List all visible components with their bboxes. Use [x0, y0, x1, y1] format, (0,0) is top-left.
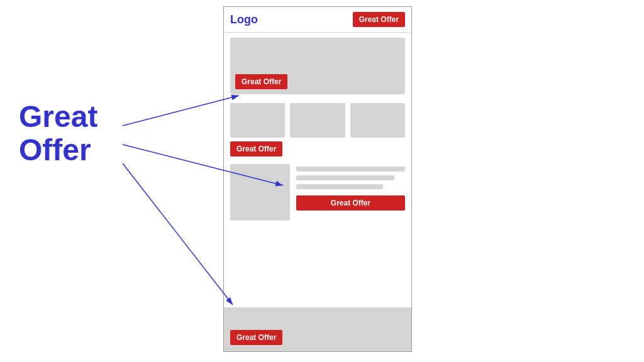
content-text: Great Offer [296, 164, 405, 211]
footer-offer-button[interactable]: Great Offer [230, 330, 282, 345]
wireframe-hero: Great Offer [230, 38, 405, 94]
header-offer-button[interactable]: Great Offer [353, 12, 405, 27]
thumbnail-1 [230, 103, 285, 138]
text-line-3 [296, 184, 383, 189]
mid-offer-wrapper: Great Offer [230, 141, 405, 156]
left-label: Great Offer [19, 101, 97, 167]
wireframe-thumbnails [230, 99, 405, 138]
wireframe: Logo Great Offer Great Offer Great Offer… [223, 6, 412, 352]
wireframe-content-row: Great Offer [230, 164, 405, 221]
left-label-line2: Offer [19, 134, 97, 167]
content-image [230, 164, 290, 221]
thumbnail-2 [290, 103, 345, 138]
wireframe-logo: Logo [230, 13, 258, 26]
text-line-2 [296, 175, 394, 180]
mid-offer-button[interactable]: Great Offer [230, 141, 282, 156]
thumbnail-3 [350, 103, 405, 138]
content-offer-button[interactable]: Great Offer [296, 195, 405, 211]
page-container: Great Offer Logo Great Offer Great Offer… [0, 0, 644, 362]
svg-line-1 [123, 96, 239, 126]
svg-line-3 [123, 163, 233, 305]
text-line-1 [296, 167, 405, 172]
wireframe-footer: Great Offer [224, 307, 411, 351]
wireframe-header: Logo Great Offer [224, 7, 411, 33]
left-label-line1: Great [19, 101, 97, 134]
hero-offer-button[interactable]: Great Offer [235, 74, 287, 89]
